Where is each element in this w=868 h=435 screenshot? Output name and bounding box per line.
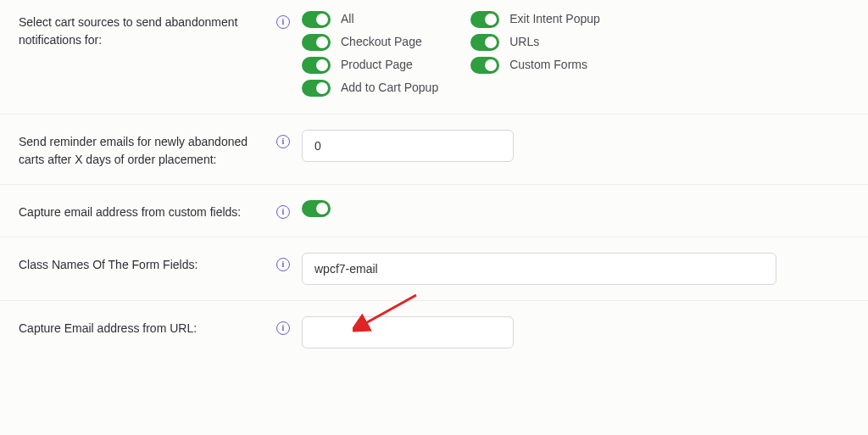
info-icon[interactable]: i — [276, 135, 290, 148]
control-cart-sources: All Checkout Page Product Page Add to Ca… — [302, 10, 849, 97]
toggle-add-to-cart-popup: Add to Cart Popup — [302, 79, 438, 97]
toggle-label: Add to Cart Popup — [341, 79, 438, 97]
info-icon[interactable]: i — [276, 15, 290, 29]
row-capture-custom: Capture email address from custom fields… — [0, 185, 868, 237]
reminder-days-input[interactable] — [302, 130, 514, 162]
capture-url-input[interactable] — [302, 316, 514, 349]
help-col: i — [273, 253, 293, 271]
toggle-checkout-page: Checkout Page — [302, 33, 438, 51]
toggle-group: All Checkout Page Product Page Add to Ca… — [302, 10, 600, 97]
help-col: i — [273, 10, 293, 29]
toggle-switch-all[interactable] — [302, 11, 331, 28]
help-col: i — [273, 200, 293, 219]
control-capture-url — [302, 316, 849, 349]
toggle-column-left: All Checkout Page Product Page Add to Ca… — [302, 10, 438, 97]
toggle-product-page: Product Page — [302, 56, 438, 74]
label-reminder-days: Send reminder emails for newly abandoned… — [19, 130, 273, 169]
toggle-all: All — [302, 10, 438, 28]
toggle-switch-checkout[interactable] — [302, 34, 331, 51]
toggle-switch-add-to-cart[interactable] — [302, 80, 331, 97]
toggle-label: All — [341, 10, 354, 28]
toggle-switch-urls[interactable] — [470, 34, 499, 51]
help-col: i — [273, 130, 293, 148]
info-icon[interactable]: i — [276, 205, 290, 219]
toggle-exit-intent: Exit Intent Popup — [470, 10, 600, 28]
info-icon[interactable]: i — [276, 258, 290, 271]
toggle-label: Custom Forms — [509, 56, 587, 74]
control-reminder-days — [302, 130, 849, 162]
label-capture-custom: Capture email address from custom fields… — [19, 200, 273, 221]
row-class-names: Class Names Of The Form Fields: i — [0, 237, 868, 301]
control-class-names — [302, 253, 849, 285]
toggle-urls: URLs — [470, 33, 600, 51]
info-icon[interactable]: i — [276, 321, 290, 335]
toggle-switch-product[interactable] — [302, 57, 331, 74]
row-reminder-days: Send reminder emails for newly abandoned… — [0, 114, 868, 185]
toggle-custom-forms: Custom Forms — [470, 56, 600, 74]
toggle-label: Exit Intent Popup — [509, 10, 600, 28]
toggle-label: Checkout Page — [341, 33, 422, 51]
toggle-switch-custom-forms[interactable] — [470, 57, 499, 74]
label-class-names: Class Names Of The Form Fields: — [19, 253, 273, 274]
help-col: i — [273, 316, 293, 335]
row-capture-url: Capture Email address from URL: i — [0, 301, 868, 364]
row-cart-sources: Select cart sources to send abandonment … — [0, 0, 868, 114]
toggle-label: Product Page — [341, 56, 413, 74]
toggle-switch-capture-custom[interactable] — [302, 200, 331, 217]
control-capture-custom — [302, 200, 849, 217]
class-names-input[interactable] — [302, 253, 776, 285]
toggle-switch-exit-intent[interactable] — [470, 11, 499, 28]
toggle-column-right: Exit Intent Popup URLs Custom Forms — [470, 10, 600, 97]
label-capture-url: Capture Email address from URL: — [19, 316, 273, 337]
label-cart-sources: Select cart sources to send abandonment … — [19, 10, 273, 49]
toggle-label: URLs — [509, 33, 539, 51]
